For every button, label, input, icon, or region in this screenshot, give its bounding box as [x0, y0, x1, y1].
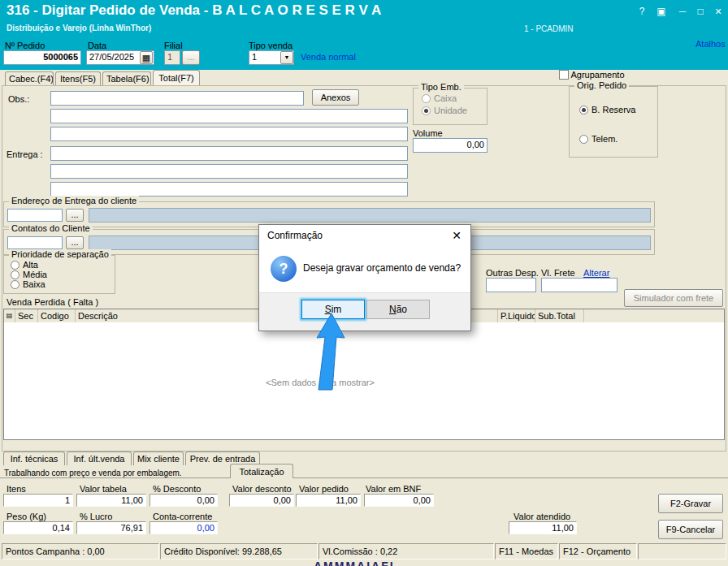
- contatos-code-input[interactable]: [7, 236, 63, 249]
- grid-col-spacer: [584, 309, 724, 322]
- radio-b-reserva-label: B. Reserva: [592, 105, 635, 114]
- radio-icon[interactable]: [11, 270, 20, 279]
- obs-input-3[interactable]: [50, 127, 408, 141]
- radio-telem-label: Telem.: [592, 134, 618, 144]
- tipo-venda-label: Tipo venda: [249, 41, 292, 50]
- filial-field: 1: [164, 50, 180, 65]
- confirmation-dialog: Confirmação ✕ ? Deseja gravar orçamento …: [258, 224, 471, 331]
- pct-desconto-value: 0,00: [150, 494, 218, 507]
- valor-desconto-value: 0,00: [229, 494, 294, 507]
- grid-marker-icon: ▤: [4, 309, 15, 322]
- prioridade-group: Prioridade de separação Alta Média Baixa: [3, 255, 115, 294]
- tab-itens[interactable]: Itens(F5): [55, 71, 101, 85]
- annotation-arrow-icon: [315, 313, 348, 393]
- radio-baixa-label: Baixa: [23, 279, 46, 289]
- filial-browse-button: ...: [182, 50, 200, 65]
- itens-value: 1: [3, 494, 73, 507]
- tab-cabec[interactable]: Cabec.(F4): [5, 71, 54, 85]
- statusbar-moedas: F11 - Moedas: [495, 543, 558, 560]
- grid-col-p-liquido: P.Liquido: [498, 309, 535, 322]
- grid-col-codigo: Codigo: [38, 309, 76, 322]
- tab-inf-tecnicas[interactable]: Inf. técnicas: [3, 452, 65, 465]
- obs-input-2[interactable]: [50, 109, 408, 123]
- capture-icon[interactable]: ▣: [653, 4, 670, 19]
- tab-totalizacao[interactable]: Totalização: [230, 464, 293, 478]
- tab-total[interactable]: Total(F7): [153, 70, 200, 85]
- tab-tabela[interactable]: Tabela(F6): [102, 71, 151, 85]
- statusbar-pontos: Pontos Campanha : 0,00: [2, 543, 159, 560]
- calendar-icon[interactable]: ▦: [140, 51, 153, 64]
- dialog-button-strip: [259, 292, 470, 331]
- radio-b-reserva[interactable]: B. Reserva: [579, 105, 635, 114]
- radio-media[interactable]: Média: [11, 270, 47, 279]
- embalagem-note: Trabalhando com preço e venda por embala…: [4, 469, 182, 477]
- endereco-display-field: [89, 208, 651, 223]
- entrega-input-1[interactable]: [50, 146, 408, 161]
- obs-input-1[interactable]: [50, 91, 304, 106]
- vl-frete-field[interactable]: [541, 278, 618, 292]
- nao-button[interactable]: Não: [366, 300, 430, 319]
- session-user: 1 - PCADMIN: [524, 24, 574, 33]
- endereco-legend: Endereço de Entrega do cliente: [9, 196, 139, 205]
- f2-gravar-button[interactable]: F2-Gravar: [658, 494, 723, 513]
- close-icon[interactable]: ×: [710, 4, 726, 19]
- orig-pedido-group: Orig. Pedido B. Reserva Telem.: [569, 86, 658, 158]
- alterar-link[interactable]: Alterar: [583, 268, 609, 278]
- help-icon[interactable]: ?: [634, 4, 650, 19]
- anexos-button[interactable]: Anexos: [312, 89, 359, 106]
- outras-desp-field[interactable]: [486, 278, 536, 292]
- radio-alta[interactable]: Alta: [11, 260, 38, 270]
- radio-baixa[interactable]: Baixa: [11, 279, 46, 289]
- minimize-icon[interactable]: ─: [674, 4, 691, 19]
- endereco-browse-button[interactable]: ...: [66, 209, 84, 222]
- radio-telem[interactable]: Telem.: [579, 134, 618, 144]
- volume-field[interactable]: 0,00: [413, 138, 488, 153]
- clipped-artifact-text: AMMMAIAFI: [314, 560, 395, 566]
- checkbox-icon[interactable]: [559, 70, 569, 80]
- valor-tabela-label: Valor tabela: [80, 484, 127, 494]
- pedido-field[interactable]: 5000065: [3, 50, 81, 65]
- endereco-code-input[interactable]: [7, 209, 63, 222]
- filial-label: Filial: [164, 41, 183, 50]
- valor-desconto-label: Valor desconto: [232, 484, 292, 494]
- radio-icon[interactable]: [579, 106, 588, 114]
- radio-icon: [422, 94, 431, 103]
- pedido-label: Nº Pedido: [5, 41, 45, 50]
- radio-alta-label: Alta: [23, 260, 38, 270]
- dialog-close-icon[interactable]: ✕: [443, 225, 470, 246]
- tab-mix-cliente[interactable]: Mix cliente: [133, 452, 184, 465]
- pct-lucro-value: 76,91: [76, 521, 146, 534]
- tipo-venda-description: Venda normal: [301, 52, 356, 62]
- radio-caixa-label: Caixa: [434, 93, 457, 103]
- obs-label: Obs.:: [8, 94, 29, 104]
- valor-tabela-value: 11,00: [76, 494, 146, 507]
- radio-icon[interactable]: [11, 280, 20, 289]
- itens-label: Itens: [6, 484, 26, 494]
- radio-unidade: Unidade: [422, 106, 467, 115]
- radio-icon[interactable]: [579, 135, 588, 144]
- dialog-title: Confirmação: [267, 225, 323, 246]
- statusbar-orcamento: F12 - Orçamento: [559, 543, 637, 560]
- f9-cancelar-button[interactable]: F9-Cancelar: [658, 520, 723, 539]
- maximize-icon[interactable]: □: [692, 4, 708, 19]
- chevron-down-icon[interactable]: ▼: [280, 51, 293, 64]
- entrega-input-3[interactable]: [50, 182, 408, 197]
- agrupamento-checkbox[interactable]: Agrupamento: [559, 70, 625, 80]
- contatos-legend: Contatos do Cliente: [9, 223, 93, 233]
- conta-corrente-label: Conta-corrente: [153, 512, 212, 521]
- volume-label: Volume: [413, 128, 443, 138]
- question-icon: ?: [271, 256, 297, 282]
- entrega-input-2[interactable]: [50, 164, 408, 179]
- statusbar-spacer: [638, 543, 726, 560]
- pct-desconto-label: % Desconto: [153, 484, 201, 494]
- radio-unidade-label: Unidade: [434, 106, 467, 115]
- conta-corrente-value: 0,00: [150, 521, 218, 534]
- valor-atendido-label: Valor atendido: [514, 512, 570, 521]
- contatos-browse-button[interactable]: ...: [66, 236, 84, 249]
- radio-icon[interactable]: [11, 261, 20, 270]
- simulador-frete-button: Simulador com frete: [624, 289, 723, 307]
- tab-inf-ult-venda[interactable]: Inf. últ.venda: [67, 452, 132, 465]
- atalhos-link[interactable]: Atalhos: [696, 39, 726, 49]
- vl-frete-label: Vl. Frete: [541, 268, 575, 278]
- application-window: 316 - Digitar Pedido de Venda - B A L C …: [0, 0, 728, 566]
